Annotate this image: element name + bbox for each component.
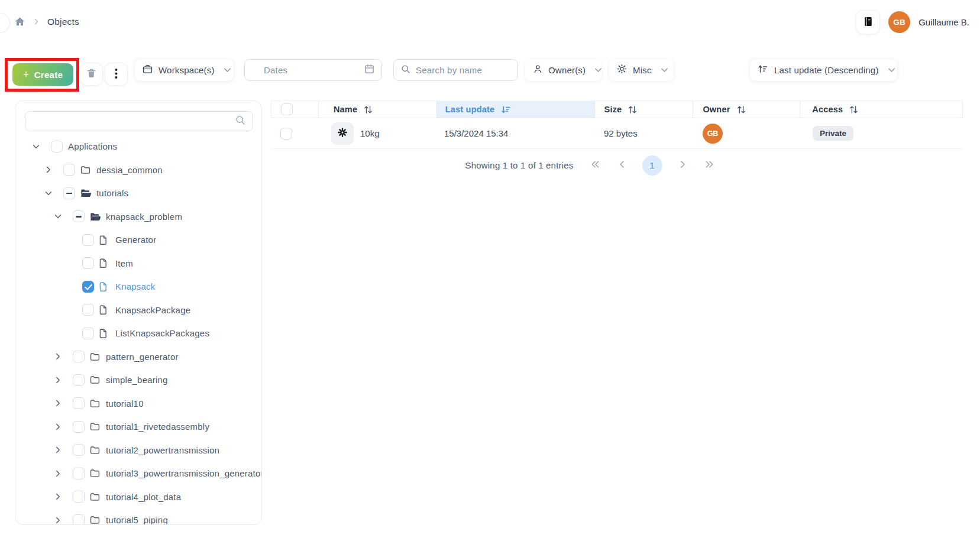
user-name[interactable]: Guillaume B.: [918, 17, 969, 27]
workspace-filter[interactable]: Workspace(s): [135, 59, 234, 81]
chevron-down-icon[interactable]: [32, 142, 46, 151]
last-page-button[interactable]: [703, 159, 716, 171]
tree-checkbox[interactable]: [73, 351, 85, 362]
column-header-size[interactable]: Size: [595, 101, 694, 118]
tree-item-label: tutorial10: [106, 398, 144, 409]
tree-item[interactable]: Generator: [15, 228, 261, 252]
workspace-filter-label: Workspace(s): [159, 65, 215, 75]
tree-item[interactable]: tutorial2_powertransmission: [15, 439, 261, 462]
chevron-down-icon[interactable]: [54, 212, 68, 221]
tree-checkbox[interactable]: [73, 514, 85, 525]
tree-checkbox[interactable]: [73, 468, 85, 479]
table-row[interactable]: 10kg 15/3/2024 15:34 92 bytes GB Private: [271, 118, 963, 149]
double-chevron-right-icon: [704, 160, 714, 170]
tree-item[interactable]: Applications: [15, 135, 261, 158]
tree-checkbox[interactable]: [73, 374, 85, 386]
tree-checkbox[interactable]: [63, 187, 75, 199]
tree-checkbox[interactable]: [82, 328, 94, 339]
tree-item[interactable]: dessia_common: [15, 158, 261, 182]
home-icon[interactable]: [14, 16, 25, 27]
sort-both-icon[interactable]: [736, 105, 746, 114]
tree-checkbox[interactable]: [73, 444, 85, 456]
file-icon: [99, 305, 111, 315]
delete-button[interactable]: [80, 63, 103, 86]
tree-item[interactable]: knapsack_problem: [15, 205, 261, 229]
tree-checkbox[interactable]: [73, 491, 85, 503]
column-header-name[interactable]: Name: [319, 101, 437, 118]
tree-item[interactable]: tutorial5_piping: [15, 508, 261, 525]
next-page-button[interactable]: [678, 159, 688, 171]
misc-filter[interactable]: Misc: [609, 59, 674, 81]
tree-item[interactable]: tutorial10: [15, 392, 261, 416]
tree-checkbox[interactable]: [73, 210, 85, 222]
tree-item[interactable]: simple_bearing: [15, 368, 261, 392]
plus-icon: +: [23, 69, 30, 80]
first-page-button[interactable]: [589, 159, 601, 171]
row-name-cell[interactable]: 10kg: [318, 122, 436, 145]
kebab-menu-icon: [115, 68, 118, 81]
tree-item[interactable]: pattern_generator: [15, 345, 261, 369]
folder-open-icon: [90, 212, 101, 221]
tree-item-label: tutorial3_powertransmission_generator: [106, 468, 262, 478]
owner-filter[interactable]: Owner(s): [525, 59, 601, 81]
tree-checkbox[interactable]: [82, 257, 94, 269]
chevron-right-icon[interactable]: [54, 492, 68, 501]
select-all-checkbox[interactable]: [281, 103, 293, 115]
row-select-cell: [271, 128, 318, 140]
create-button[interactable]: + Create: [12, 63, 73, 86]
row-checkbox[interactable]: [280, 128, 292, 140]
folder-icon: [90, 516, 101, 524]
tree-checkbox[interactable]: [82, 234, 94, 246]
tree-checkbox[interactable]: [63, 164, 75, 176]
column-header-owner[interactable]: Owner: [693, 101, 800, 118]
more-actions-button[interactable]: [105, 63, 128, 86]
tree-search[interactable]: [25, 111, 253, 131]
chevron-right-icon[interactable]: [54, 469, 68, 478]
column-header-last-update[interactable]: Last update: [437, 101, 595, 118]
sort-both-icon[interactable]: [849, 105, 859, 114]
tree-checkbox[interactable]: [82, 281, 94, 293]
chevron-right-icon[interactable]: [44, 166, 59, 174]
name-search-input[interactable]: [416, 65, 510, 75]
object-tree-panel: Applications dessia_common tutorials kna…: [15, 101, 262, 525]
tree-search-input[interactable]: [33, 116, 231, 126]
tree-item[interactable]: Item: [15, 252, 261, 276]
tree-item[interactable]: tutorial1_rivetedassembly: [15, 415, 261, 439]
tree-item[interactable]: tutorials: [15, 181, 261, 205]
sort-both-icon[interactable]: [628, 105, 638, 114]
chevron-down-icon[interactable]: [44, 189, 59, 197]
tree-checkbox[interactable]: [82, 304, 94, 316]
chevron-right-icon[interactable]: [54, 516, 68, 524]
sort-descending-icon[interactable]: [500, 105, 511, 114]
chevron-right-icon[interactable]: [54, 446, 68, 454]
name-search[interactable]: [393, 59, 518, 81]
pagination-summary: Showing 1 to 1 of 1 entries: [465, 160, 573, 170]
tree-item[interactable]: tutorial3_powertransmission_generator: [15, 462, 261, 485]
chevron-right-icon[interactable]: [54, 352, 68, 361]
tree-item[interactable]: KnapsackPackage: [15, 299, 261, 322]
tree-checkbox[interactable]: [51, 141, 63, 153]
dates-filter[interactable]: [244, 59, 382, 81]
object-name: 10kg: [360, 128, 380, 138]
page-number-button[interactable]: 1: [642, 155, 662, 176]
tree-item-label: dessia_common: [96, 165, 163, 175]
tree-item-label: Applications: [68, 141, 117, 151]
chevron-right-icon[interactable]: [54, 423, 68, 431]
sort-both-icon[interactable]: [363, 105, 373, 114]
docs-button[interactable]: [856, 10, 880, 34]
user-avatar[interactable]: GB: [888, 11, 910, 33]
tree-checkbox[interactable]: [73, 397, 85, 409]
tree-item[interactable]: tutorial4_plot_data: [15, 485, 261, 509]
tree-checkbox[interactable]: [73, 421, 85, 433]
chevron-right-icon[interactable]: [54, 376, 68, 384]
tree-item[interactable]: Knapsack: [15, 275, 261, 299]
dates-input[interactable]: [264, 65, 359, 75]
chevron-left-icon: [618, 160, 626, 170]
previous-page-button[interactable]: [617, 159, 627, 171]
sort-selector[interactable]: Last update (Descending): [750, 59, 897, 81]
chevron-right-icon[interactable]: [54, 399, 68, 407]
search-icon: [401, 64, 410, 76]
folder-icon: [90, 375, 101, 384]
column-header-access[interactable]: Access: [800, 101, 963, 118]
tree-item[interactable]: ListKnapsackPackages: [15, 322, 261, 345]
